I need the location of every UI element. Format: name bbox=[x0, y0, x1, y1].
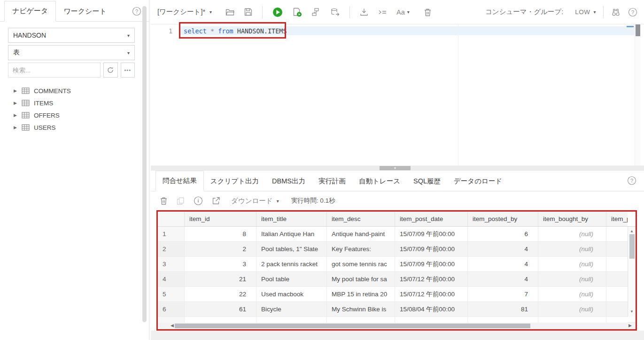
grid-cell[interactable]: 4 bbox=[468, 257, 538, 272]
search-input[interactable] bbox=[8, 63, 101, 78]
open-in-new-window-button[interactable] bbox=[212, 197, 220, 205]
run-script-button[interactable] bbox=[293, 8, 302, 17]
grid-cell[interactable]: 6 bbox=[468, 227, 538, 242]
grid-vscroll-thumb[interactable] bbox=[629, 234, 635, 259]
grid-hscroll-thumb[interactable] bbox=[175, 324, 530, 328]
expand-icon[interactable]: ▶ bbox=[14, 125, 17, 130]
results-tab-5[interactable]: SQL履歴 bbox=[407, 172, 447, 191]
autotrace-button[interactable] bbox=[331, 8, 340, 16]
table-row[interactable]: 22Pool tables, 1" SlateKey Features:15/0… bbox=[158, 242, 636, 257]
column-header-item_p[interactable]: item_p bbox=[606, 212, 628, 227]
download-button[interactable] bbox=[360, 8, 368, 16]
tab-navigator[interactable]: ナビゲータ bbox=[4, 1, 56, 22]
object-type-select[interactable]: 表 ▾ bbox=[8, 45, 135, 60]
grid-cell[interactable]: 81 bbox=[468, 302, 538, 317]
table-row[interactable]: 421Pool tableMy pool table for sa15/07/1… bbox=[158, 272, 636, 287]
grid-cell[interactable]: 4 bbox=[468, 242, 538, 257]
clear-button[interactable] bbox=[424, 8, 432, 16]
help-icon[interactable]: ? bbox=[627, 176, 636, 185]
grid-cell[interactable]: Used macbook bbox=[256, 287, 327, 302]
editor-scrollbar-thumb[interactable] bbox=[636, 24, 640, 36]
grid-cell[interactable]: 15/07/12 午前00:00 bbox=[395, 287, 468, 302]
grid-cell[interactable]: (null) bbox=[538, 242, 606, 257]
tree-item-comments[interactable]: ▶COMMENTS bbox=[0, 85, 149, 97]
row-number-cell[interactable]: 6 bbox=[158, 302, 185, 317]
column-header-item_desc[interactable]: item_desc bbox=[327, 212, 395, 227]
copy-button[interactable] bbox=[177, 197, 185, 205]
grid-cell[interactable]: 61 bbox=[185, 302, 256, 317]
grid-cell[interactable]: (null) bbox=[538, 257, 606, 272]
column-header-item_title[interactable]: item_title bbox=[256, 212, 327, 227]
splitter-collapse-handle[interactable]: ▼ bbox=[380, 166, 411, 170]
scroll-right-icon[interactable]: ▶ bbox=[628, 323, 632, 328]
row-number-cell[interactable]: 5 bbox=[158, 287, 185, 302]
tree-item-items[interactable]: ▶ITEMS bbox=[0, 97, 149, 109]
delete-result-button[interactable] bbox=[160, 197, 168, 205]
tree-item-users[interactable]: ▶USERS bbox=[0, 121, 149, 134]
info-button[interactable] bbox=[194, 196, 203, 206]
grid-vertical-scrollbar[interactable]: ▲ ▼ bbox=[628, 227, 636, 317]
editor-scrollbar[interactable] bbox=[635, 24, 640, 166]
grid-cell[interactable] bbox=[606, 287, 628, 302]
row-number-cell[interactable]: 3 bbox=[158, 257, 185, 272]
grid-cell[interactable]: 15/07/12 午前00:00 bbox=[395, 272, 468, 287]
find-button[interactable] bbox=[611, 8, 621, 16]
grid-cell[interactable]: 15/07/09 午前00:00 bbox=[395, 257, 468, 272]
column-header-item_posted_by[interactable]: item_posted_by bbox=[468, 212, 538, 227]
row-number-cell[interactable]: 4 bbox=[158, 272, 185, 287]
tree-item-offers[interactable]: ▶OFFERS bbox=[0, 109, 149, 121]
table-row[interactable]: 522Used macbookMBP 15 in retina 2015/07/… bbox=[158, 287, 636, 302]
help-icon[interactable]: ? bbox=[132, 7, 141, 16]
scroll-left-icon[interactable]: ◀ bbox=[171, 323, 174, 328]
table-row[interactable]: 18Italian Antique HanAntique hand-paint1… bbox=[158, 227, 636, 242]
grid-cell[interactable]: 8 bbox=[185, 227, 256, 242]
refresh-button[interactable] bbox=[103, 63, 118, 78]
grid-cell[interactable]: 4 bbox=[468, 272, 538, 287]
column-header-item_id[interactable]: item_id bbox=[185, 212, 256, 227]
grid-cell[interactable]: Antique hand-paint bbox=[327, 227, 395, 242]
results-tab-2[interactable]: DBMS出力 bbox=[265, 172, 312, 191]
tab-worksheet[interactable]: ワークシート bbox=[56, 2, 114, 22]
grid-cell[interactable]: (null) bbox=[538, 302, 606, 317]
column-header-item_bought_by[interactable]: item_bought_by bbox=[538, 212, 606, 227]
grid-cell[interactable] bbox=[606, 257, 628, 272]
grid-cell[interactable] bbox=[606, 227, 628, 242]
explain-plan-button[interactable] bbox=[312, 8, 321, 16]
consumer-group-select[interactable]: LOW ▾ bbox=[575, 8, 596, 16]
grid-cell[interactable] bbox=[606, 272, 628, 287]
row-number-cell[interactable]: 1 bbox=[158, 227, 185, 242]
results-tab-3[interactable]: 実行計画 bbox=[312, 172, 352, 191]
scroll-down-icon[interactable]: ▼ bbox=[628, 309, 636, 314]
grid-cell[interactable]: (null) bbox=[538, 272, 606, 287]
grid-cell[interactable] bbox=[606, 302, 628, 317]
expand-icon[interactable]: ▶ bbox=[14, 113, 17, 118]
results-tab-0[interactable]: 問合せ結果 bbox=[155, 171, 204, 191]
grid-cell[interactable]: Bicycle bbox=[256, 302, 327, 317]
sql-statement[interactable]: select * from HANDSON.ITEMS bbox=[184, 27, 287, 35]
grid-cell[interactable]: My Schwinn Bike is bbox=[327, 302, 395, 317]
scroll-up-icon[interactable]: ▲ bbox=[628, 229, 636, 233]
text-case-button[interactable]: Aa ▾ bbox=[396, 8, 410, 16]
run-statement-button[interactable] bbox=[272, 7, 283, 17]
sql-editor[interactable]: 1 select * from HANDSON.ITEMS bbox=[151, 24, 644, 166]
grid-cell[interactable]: 22 bbox=[185, 287, 256, 302]
grid-cell[interactable]: 7 bbox=[468, 287, 538, 302]
grid-cell[interactable]: 21 bbox=[185, 272, 256, 287]
expand-icon[interactable]: ▶ bbox=[14, 88, 17, 93]
grid-cell[interactable]: 2 pack tennis racket bbox=[256, 257, 327, 272]
grid-cell[interactable]: Key Features: bbox=[327, 242, 395, 257]
worksheet-selector[interactable]: [ワークシート]* ▾ bbox=[157, 8, 212, 16]
row-number-cell[interactable]: 2 bbox=[158, 242, 185, 257]
results-tab-4[interactable]: 自動トレース bbox=[352, 172, 407, 191]
panel-splitter[interactable]: ▼ bbox=[151, 166, 644, 171]
grid-cell[interactable] bbox=[606, 242, 628, 257]
grid-cell[interactable]: Pool tables, 1" Slate bbox=[256, 242, 327, 257]
grid-cell[interactable]: 15/07/09 午前00:00 bbox=[395, 227, 468, 242]
more-options-button[interactable]: ••• bbox=[121, 63, 135, 78]
grid-cell[interactable]: 15/08/04 午前00:00 bbox=[395, 302, 468, 317]
results-tab-1[interactable]: スクリプト出力 bbox=[204, 172, 265, 191]
grid-cell[interactable]: (null) bbox=[538, 227, 606, 242]
column-header-item_post_date[interactable]: item_post_date bbox=[395, 212, 468, 227]
save-button[interactable] bbox=[244, 8, 252, 16]
grid-cell[interactable]: 3 bbox=[185, 257, 256, 272]
